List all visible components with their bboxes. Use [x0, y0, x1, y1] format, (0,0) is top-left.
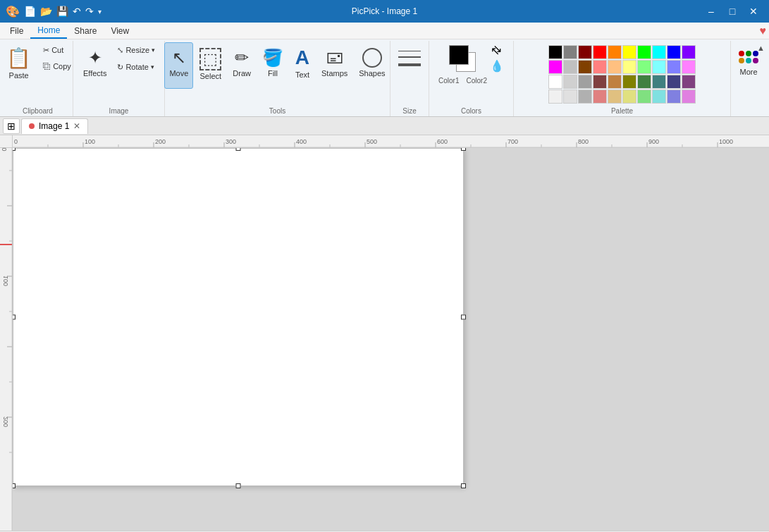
svg-text:400: 400 [296, 138, 307, 145]
palette-color-12[interactable] [578, 60, 592, 74]
ribbon-collapse-icon[interactable]: ▲ [757, 44, 765, 52]
heart-icon[interactable]: ♥ [760, 25, 767, 37]
draw-button[interactable]: ✏ Draw [228, 42, 256, 89]
paste-button[interactable]: 📋 Paste [0, 42, 37, 89]
svg-text:100: 100 [2, 276, 9, 286]
menu-view[interactable]: View [104, 23, 136, 39]
text-icon: A [295, 47, 309, 69]
palette-color-2[interactable] [578, 45, 592, 59]
palette-color-0[interactable] [548, 45, 562, 59]
palette-color-5[interactable] [622, 45, 636, 59]
palette-color-35[interactable] [622, 89, 636, 104]
palette-color-31[interactable] [563, 89, 577, 104]
handle-br[interactable] [461, 483, 466, 488]
select-label: Select [200, 72, 222, 80]
palette-color-15[interactable] [622, 60, 636, 74]
text-button[interactable]: A Text [290, 42, 315, 89]
palette-color-9[interactable] [682, 45, 696, 59]
handle-mr[interactable] [461, 315, 466, 320]
handle-bm[interactable] [236, 483, 241, 488]
new-icon[interactable]: 📄 [24, 6, 36, 17]
palette-color-38[interactable] [667, 89, 681, 104]
image-canvas[interactable] [13, 148, 464, 486]
palette-color-33[interactable] [593, 89, 607, 104]
dropdown-arrow[interactable]: ▾ [98, 8, 101, 16]
eyedropper-icon[interactable]: 💧 [490, 59, 504, 73]
menu-file[interactable]: File [3, 23, 30, 39]
palette-color-27[interactable] [652, 75, 666, 89]
size-line-1[interactable] [398, 51, 421, 51]
rotate-button[interactable]: ↻ Rotate ▾ [113, 59, 159, 75]
palette-color-28[interactable] [667, 75, 681, 89]
size-line-3[interactable] [398, 63, 421, 66]
copy-button[interactable]: ⿻ Copy [39, 58, 75, 74]
palette-color-4[interactable] [608, 45, 622, 59]
cut-label: Cut [51, 46, 63, 54]
close-button[interactable]: ✕ [744, 4, 763, 19]
rotate-arrow[interactable]: ▾ [151, 63, 154, 70]
tab-close-button[interactable]: ✕ [73, 121, 80, 131]
menu-home[interactable]: Home [30, 23, 67, 39]
fill-label: Fill [268, 69, 278, 78]
cut-button[interactable]: ✂ Cut [39, 42, 75, 58]
minimize-button[interactable]: – [701, 4, 721, 19]
palette-color-8[interactable] [667, 45, 681, 59]
move-icon: ↖ [172, 48, 186, 68]
tab-image1[interactable]: Image 1 ✕ [21, 118, 88, 134]
palette-color-21[interactable] [563, 75, 577, 89]
palette-color-36[interactable] [637, 89, 651, 104]
palette-color-30[interactable] [548, 89, 562, 104]
open-icon[interactable]: 📂 [40, 6, 52, 17]
palette-color-7[interactable] [652, 45, 666, 59]
shapes-button[interactable]: Shapes [354, 42, 390, 89]
palette-color-20[interactable] [548, 75, 562, 89]
clipboard-small-buttons: ✂ Cut ⿻ Copy [39, 42, 75, 104]
size-line-2[interactable] [398, 56, 421, 58]
select-button[interactable]: ⬚ Select [195, 42, 226, 89]
stamps-button[interactable]: 🖃 Stamps [316, 42, 352, 89]
palette-color-26[interactable] [637, 75, 651, 89]
palette-color-25[interactable] [622, 75, 636, 89]
clipboard-group: 📋 Paste ✂ Cut ⿻ Copy Clipboard [3, 41, 73, 116]
maximize-button[interactable]: □ [722, 4, 742, 19]
canvas-area[interactable]: 0 100 200 300 400 500 600 700 800 900 10… [0, 135, 769, 531]
palette-color-18[interactable] [667, 60, 681, 74]
stamps-icon: 🖃 [326, 48, 343, 68]
palette-color-24[interactable] [608, 75, 622, 89]
draw-label: Draw [233, 69, 251, 78]
palette-grid [548, 42, 696, 115]
palette-color-11[interactable] [563, 60, 577, 74]
palette-color-1[interactable] [563, 45, 577, 59]
palette-color-34[interactable] [608, 89, 622, 104]
color1-box[interactable] [449, 45, 469, 65]
effects-button[interactable]: ✦ Effects [78, 42, 111, 89]
palette-color-17[interactable] [652, 60, 666, 74]
palette-color-29[interactable] [682, 75, 696, 89]
vertical-ruler: 0 100 200 300 400 [0, 135, 13, 531]
title-bar: 🎨 📄 📂 💾 ↶ ↷ ▾ PicPick - Image 1 – □ ✕ [0, 0, 769, 23]
palette-color-3[interactable] [593, 45, 607, 59]
color1-label: Color1 [438, 77, 459, 85]
menu-share[interactable]: Share [67, 23, 104, 39]
palette-color-37[interactable] [652, 89, 666, 104]
palette-color-39[interactable] [682, 89, 696, 104]
palette-color-16[interactable] [637, 60, 651, 74]
palette-color-23[interactable] [593, 75, 607, 89]
tab-grid-button[interactable]: ⊞ [3, 118, 20, 134]
palette-color-13[interactable] [593, 60, 607, 74]
fill-button[interactable]: 🪣 Fill [257, 42, 288, 89]
palette-color-19[interactable] [682, 60, 696, 74]
swap-colors-icon[interactable]: ⇄ [489, 42, 505, 58]
palette-color-10[interactable] [548, 60, 562, 74]
redo-icon[interactable]: ↷ [85, 6, 94, 17]
undo-icon[interactable]: ↶ [73, 6, 81, 17]
size-selector[interactable] [395, 48, 424, 69]
resize-button[interactable]: ⤡ Resize ▾ [113, 42, 159, 58]
palette-color-14[interactable] [608, 60, 622, 74]
save-icon[interactable]: 💾 [56, 6, 68, 17]
palette-color-22[interactable] [578, 75, 592, 89]
palette-color-32[interactable] [578, 89, 592, 104]
resize-arrow[interactable]: ▾ [152, 47, 155, 54]
palette-color-6[interactable] [637, 45, 651, 59]
move-button[interactable]: ↖ Move [164, 42, 193, 89]
